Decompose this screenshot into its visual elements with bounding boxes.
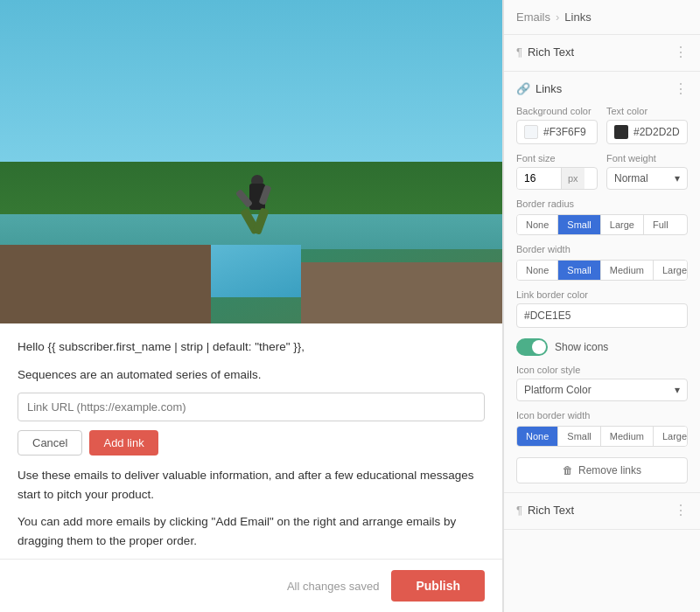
border-radius-field: Border radius None Small Large Full	[516, 198, 688, 235]
section-menu-3[interactable]: ⋮	[674, 502, 688, 518]
icon-border-large[interactable]: Large	[654, 427, 688, 446]
link-border-color-field: Link border color #DCE1E5	[516, 289, 688, 328]
border-width-small[interactable]: Small	[558, 261, 601, 280]
show-icons-toggle[interactable]	[516, 338, 548, 356]
border-radius-group: None Small Large Full	[516, 214, 688, 235]
left-footer: All changes saved Publish	[0, 559, 502, 612]
email-text-4: You can add more emails by clicking "Add…	[18, 512, 485, 550]
link-border-color-input[interactable]: #DCE1E5	[516, 303, 688, 328]
section-title-1: ¶ Rich Text	[516, 45, 574, 59]
trash-icon: 🗑	[563, 464, 573, 476]
breadcrumb-parent: Emails	[516, 10, 550, 24]
font-weight-value: Normal	[614, 172, 648, 184]
font-weight-select[interactable]: Normal ▾	[606, 167, 688, 190]
person-silhouette	[234, 175, 286, 254]
font-size-label: Font size	[516, 153, 598, 163]
icon-color-chevron: ▾	[675, 384, 680, 396]
text-color-swatch[interactable]: #2D2D2D	[606, 120, 688, 144]
link-actions: Cancel Add link	[18, 430, 485, 456]
right-panel: Emails › Links ¶ Rich Text ⋮ 🔗 Links ⋮ B…	[503, 0, 700, 612]
font-weight-label: Font weight	[606, 153, 688, 163]
email-text-3: Use these emails to deliver valuable inf…	[18, 466, 485, 504]
font-size-input-group: px	[516, 167, 598, 190]
font-size-field: Font size px	[516, 153, 598, 190]
border-radius-none[interactable]: None	[517, 215, 558, 234]
icon-border-group: None Small Medium Large	[516, 426, 688, 447]
bg-color-label: Background color	[516, 106, 598, 116]
icon-color-label: Icon color style	[516, 365, 688, 375]
border-radius-large[interactable]: Large	[601, 215, 644, 234]
links-section-header: 🔗 Links ⋮	[516, 80, 688, 97]
text-color-field: Text color #2D2D2D	[606, 106, 688, 144]
rich-text-section-1: ¶ Rich Text ⋮	[504, 35, 700, 72]
dock-right	[301, 262, 502, 323]
breadcrumb: Emails › Links	[504, 0, 700, 35]
icon-color-value: Platform Color	[524, 384, 592, 396]
hero-image	[0, 0, 502, 323]
text-color-value: #2D2D2D	[634, 126, 680, 138]
remove-links-button[interactable]: 🗑 Remove links	[516, 457, 688, 483]
section-title-3: ¶ Rich Text	[516, 504, 574, 517]
email-text-2: Sequences are an automated series of ema…	[18, 365, 485, 385]
icon-border-small[interactable]: Small	[558, 427, 601, 446]
link-input-area	[18, 393, 485, 421]
font-weight-chevron: ▾	[675, 172, 680, 184]
rich-text-icon-2: ¶	[516, 504, 522, 517]
border-radius-label: Border radius	[516, 198, 688, 209]
breadcrumb-current: Links	[564, 10, 591, 24]
rich-text-section-2: ¶ Rich Text ⋮	[504, 493, 700, 530]
link-input[interactable]	[27, 400, 475, 414]
border-width-medium[interactable]: Medium	[601, 261, 654, 280]
publish-button[interactable]: Publish	[391, 570, 485, 602]
section-title-label-3: Rich Text	[528, 504, 574, 517]
font-weight-field: Font weight Normal ▾	[606, 153, 688, 190]
font-size-unit: px	[561, 168, 584, 189]
bg-color-dot	[524, 125, 538, 139]
border-radius-full[interactable]: Full	[644, 215, 677, 234]
remove-links-label: Remove links	[578, 464, 641, 476]
text-color-dot	[614, 125, 628, 139]
icon-border-none[interactable]: None	[517, 427, 558, 446]
saved-status: All changes saved	[287, 580, 380, 593]
link-icon: 🔗	[516, 82, 530, 95]
left-panel: Hello {{ subscriber.first_name | strip |…	[0, 0, 503, 612]
icon-color-field: Icon color style Platform Color ▾	[516, 365, 688, 401]
email-text-1: Hello {{ subscriber.first_name | strip |…	[18, 337, 485, 357]
breadcrumb-separator: ›	[556, 10, 559, 24]
links-title-label: Links	[536, 82, 562, 95]
icon-border-label: Icon border width	[516, 410, 688, 421]
rich-text-icon-1: ¶	[516, 45, 522, 59]
border-radius-small[interactable]: Small	[558, 215, 601, 234]
bg-color-value: #F3F6F9	[543, 126, 586, 138]
border-width-field: Border width None Small Medium Large	[516, 244, 688, 281]
cancel-button[interactable]: Cancel	[18, 430, 82, 456]
icon-border-medium[interactable]: Medium	[601, 427, 654, 446]
bg-color-field: Background color #F3F6F9	[516, 106, 598, 144]
border-width-group: None Small Medium Large	[516, 260, 688, 281]
bg-color-swatch[interactable]: #F3F6F9	[516, 120, 598, 144]
dock-left	[0, 245, 211, 323]
text-color-label: Text color	[606, 106, 688, 116]
font-field-row: Font size px Font weight Normal ▾	[516, 153, 688, 190]
show-icons-row: Show icons	[516, 338, 688, 356]
border-width-large[interactable]: Large	[654, 261, 688, 280]
section-header-1: ¶ Rich Text ⋮	[516, 44, 688, 60]
section-menu-1[interactable]: ⋮	[674, 44, 688, 60]
links-section-title: 🔗 Links	[516, 82, 562, 95]
font-size-input[interactable]	[517, 168, 561, 189]
border-width-none[interactable]: None	[517, 261, 558, 280]
email-content: Hello {{ subscriber.first_name | strip |…	[0, 323, 502, 559]
show-icons-label: Show icons	[555, 341, 608, 353]
sky-bg	[0, 0, 502, 175]
color-field-row: Background color #F3F6F9 Text color #2D2…	[516, 106, 688, 144]
section-title-label-1: Rich Text	[528, 45, 574, 59]
links-section-menu[interactable]: ⋮	[674, 80, 688, 97]
icon-border-field: Icon border width None Small Medium Larg…	[516, 410, 688, 447]
border-width-label: Border width	[516, 244, 688, 254]
add-link-button[interactable]: Add link	[89, 430, 158, 456]
links-section: 🔗 Links ⋮ Background color #F3F6F9 Text …	[504, 72, 700, 493]
icon-color-select[interactable]: Platform Color ▾	[516, 379, 688, 401]
link-border-color-label: Link border color	[516, 289, 688, 300]
section-header-3: ¶ Rich Text ⋮	[516, 502, 688, 518]
